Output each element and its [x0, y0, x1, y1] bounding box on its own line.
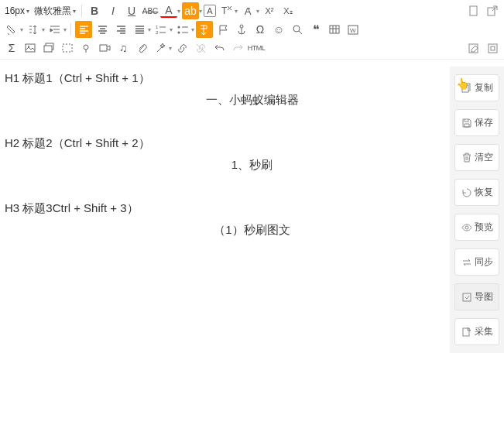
caret-icon[interactable]: ▾ — [169, 45, 172, 52]
flag-icon — [218, 24, 229, 36]
emoji-button[interactable]: ☺ — [270, 21, 287, 38]
align-right-button[interactable] — [112, 21, 129, 38]
font-family-select[interactable]: 微软雅黑 ▾ — [33, 4, 77, 19]
editor-content[interactable]: H1 标题1（Ctrl + Shift + 1） 一、小蚂蚁编辑器 H2 标题2… — [0, 60, 504, 400]
line-height-button[interactable] — [25, 21, 42, 38]
undo-button[interactable] — [211, 39, 228, 57]
caret-icon[interactable]: ▾ — [63, 26, 67, 33]
save-button[interactable]: 保存 — [454, 109, 499, 136]
font-size-select[interactable]: 16px ▾ — [3, 5, 31, 17]
caret-icon[interactable]: ▾ — [235, 8, 238, 15]
clear-button[interactable]: 清空 — [454, 144, 499, 171]
font-color-button[interactable]: A — [160, 4, 177, 18]
fullscreen-icon — [487, 43, 499, 54]
svg-rect-18 — [63, 44, 72, 52]
restore-button[interactable]: 恢复 — [454, 179, 499, 206]
strike-button[interactable]: ABC — [142, 2, 159, 19]
svg-rect-23 — [491, 46, 495, 50]
sync-button[interactable]: 同步 — [454, 248, 499, 276]
screenshot-button[interactable] — [59, 39, 76, 57]
image-button[interactable] — [22, 39, 39, 57]
copy-button[interactable]: 复制 — [454, 74, 499, 101]
flag-button[interactable] — [214, 21, 231, 38]
search-button[interactable] — [289, 21, 306, 38]
word-icon: W — [348, 24, 359, 36]
new-doc-button[interactable] — [465, 2, 482, 19]
unordered-list-button[interactable] — [174, 21, 191, 38]
font-case-button[interactable]: Â — [239, 2, 256, 19]
preview-button[interactable]: 预览 — [454, 214, 499, 241]
superscript-button[interactable]: X² — [261, 2, 278, 19]
video-icon — [99, 43, 111, 54]
content-line-2: 1、秒刷 — [5, 156, 499, 174]
sync-label: 同步 — [475, 255, 493, 269]
separator — [81, 5, 82, 17]
bg-color-button[interactable]: ab — [182, 2, 199, 19]
align-left-button[interactable] — [75, 21, 92, 38]
link-button[interactable] — [173, 39, 190, 57]
align-justify-button[interactable] — [131, 21, 148, 38]
sync-icon — [461, 257, 471, 268]
trash-icon — [461, 153, 471, 163]
save-label: 保存 — [475, 116, 493, 129]
multi-image-button[interactable] — [40, 39, 57, 57]
subscript-button[interactable]: X₂ — [279, 2, 297, 19]
bold-button[interactable]: B — [86, 2, 103, 19]
caret-icon[interactable]: ▾ — [177, 8, 180, 15]
anchor-button[interactable] — [233, 21, 250, 38]
align-center-button[interactable] — [94, 21, 111, 38]
svg-rect-22 — [489, 44, 497, 53]
indent-button[interactable] — [46, 21, 63, 38]
caret-icon[interactable]: ▾ — [170, 26, 173, 33]
brush-icon — [6, 24, 18, 36]
table-button[interactable] — [326, 21, 343, 38]
save-icon — [461, 118, 471, 129]
clear-format-button[interactable]: T — [218, 2, 235, 19]
audio-button[interactable]: ♫ — [115, 39, 132, 57]
caret-icon[interactable]: ▾ — [148, 26, 151, 33]
magic-button[interactable] — [152, 39, 169, 57]
svg-rect-21 — [469, 44, 478, 53]
caret-icon[interactable]: ▾ — [20, 26, 23, 33]
h2-line: H2 标题2（Ctrl + Shift + 2） — [5, 134, 499, 153]
attachment-button[interactable] — [133, 39, 150, 57]
redo-button[interactable] — [229, 39, 246, 57]
special-char-button[interactable]: Ω — [252, 21, 269, 38]
collect-button[interactable]: 采集 — [454, 318, 499, 345]
svg-point-9 — [240, 25, 243, 28]
toolbar-row-3: Σ ♫ ▾ HTML — [3, 39, 501, 57]
sum-button[interactable]: Σ — [3, 39, 20, 57]
word-button[interactable]: W — [345, 21, 362, 38]
copy-label: 复制 — [475, 81, 493, 94]
font-family-value: 微软雅黑 — [34, 5, 71, 18]
video-button[interactable] — [96, 39, 113, 57]
caret-icon[interactable]: ▾ — [256, 8, 259, 15]
align-left-icon — [78, 24, 90, 36]
indent-icon — [50, 24, 61, 36]
edit-source-button[interactable] — [465, 39, 482, 57]
separator — [70, 23, 71, 36]
content-line-3: （1）秒刷图文 — [5, 221, 499, 239]
format-paint-button[interactable] — [3, 21, 20, 38]
svg-point-10 — [293, 26, 300, 32]
html-button[interactable]: HTML — [248, 39, 265, 57]
search-icon — [292, 24, 303, 36]
text-border-button[interactable]: A — [204, 5, 216, 17]
fullscreen-button[interactable] — [484, 39, 501, 57]
export-image-button[interactable]: 导图 👆 — [454, 283, 499, 310]
h3-line: H3 标题3Ctrl + Shift + 3） — [5, 199, 499, 218]
preview-label: 预览 — [475, 221, 493, 234]
open-external-button[interactable] — [484, 2, 501, 19]
italic-button[interactable]: I — [105, 2, 122, 19]
quote-button[interactable]: ❝ — [307, 21, 324, 38]
caret-icon[interactable]: ▾ — [199, 8, 202, 15]
restore-label: 恢复 — [475, 186, 493, 199]
redo-icon — [232, 43, 244, 54]
map-button[interactable] — [77, 39, 94, 57]
unlink-button[interactable] — [192, 39, 209, 57]
caret-icon[interactable]: ▾ — [42, 26, 45, 33]
caret-icon[interactable]: ▾ — [191, 26, 194, 33]
direction-button[interactable] — [196, 21, 213, 38]
ordered-list-button[interactable]: 12 — [153, 21, 170, 38]
underline-button[interactable]: U — [123, 2, 140, 19]
